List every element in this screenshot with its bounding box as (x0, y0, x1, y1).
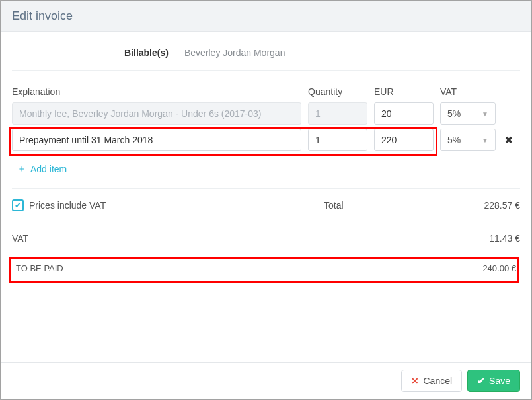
chevron-down-icon: ▼ (482, 110, 488, 117)
tabs: Billable(s) Beverley Jordan Morgan (12, 32, 520, 71)
vat-label: VAT (12, 233, 28, 244)
vat-value: 11.43 € (489, 233, 520, 244)
add-item-button[interactable]: ＋ Add item (12, 155, 520, 189)
close-icon: ✖ (505, 135, 513, 145)
explanation-field[interactable] (12, 129, 301, 151)
cancel-button[interactable]: ✕ Cancel (401, 370, 462, 392)
line-item-row: 5% ▼ ✖ (12, 129, 520, 151)
check-icon: ✔ (477, 376, 485, 386)
quantity-field[interactable] (308, 129, 367, 151)
eur-field[interactable] (374, 102, 434, 125)
tab-person[interactable]: Beverley Jordan Morgan (184, 48, 285, 61)
edit-invoice-dialog: Edit invoice Billable(s) Beverley Jordan… (1, 1, 531, 399)
col-explanation-header: Explanation (12, 86, 308, 97)
summary-vat-row: VAT 11.43 € (12, 222, 520, 254)
plus-icon: ＋ (17, 163, 26, 175)
vat-value: 5% (447, 135, 461, 145)
col-vat-header: VAT (440, 86, 500, 97)
to-be-paid-label: TO BE PAID (16, 263, 63, 273)
total-label: Total (324, 200, 344, 211)
vat-value: 5% (447, 108, 461, 119)
vat-select[interactable]: 5% ▼ (440, 102, 496, 125)
save-label: Save (489, 376, 510, 386)
to-be-paid-value: 240.00 € (482, 263, 516, 273)
dialog-footer: ✕ Cancel ✔ Save (1, 362, 531, 399)
line-items-header: Explanation Quantity EUR VAT (12, 71, 520, 102)
dialog-title: Edit invoice (1, 1, 531, 32)
explanation-field (12, 102, 301, 125)
chevron-down-icon: ▼ (482, 137, 488, 144)
eur-field[interactable] (374, 129, 434, 151)
prices-include-vat-checkbox[interactable]: ✔ (12, 199, 24, 211)
total-value: 228.57 € (484, 200, 521, 211)
add-item-label: Add item (30, 164, 67, 174)
dialog-content: Billable(s) Beverley Jordan Morgan Expla… (1, 32, 531, 362)
summary: ✔ Prices include VAT Total 228.57 € VAT … (12, 189, 520, 280)
remove-line-item-button[interactable]: ✖ (500, 135, 518, 145)
col-quantity-header: Quantity (308, 86, 374, 97)
summary-total-row: ✔ Prices include VAT Total 228.57 € (12, 189, 520, 222)
line-item-row: 5% ▼ (12, 102, 520, 125)
close-icon: ✕ (411, 376, 419, 386)
quantity-field (308, 102, 367, 125)
summary-to-be-paid-row: TO BE PAID 240.00 € (12, 257, 520, 280)
check-icon: ✔ (15, 201, 21, 210)
vat-select[interactable]: 5% ▼ (440, 129, 496, 151)
cancel-label: Cancel (423, 376, 452, 386)
save-button[interactable]: ✔ Save (467, 370, 520, 392)
tab-billables[interactable]: Billable(s) (124, 48, 169, 61)
col-eur-header: EUR (374, 86, 440, 97)
prices-include-vat-label: Prices include VAT (29, 200, 106, 211)
